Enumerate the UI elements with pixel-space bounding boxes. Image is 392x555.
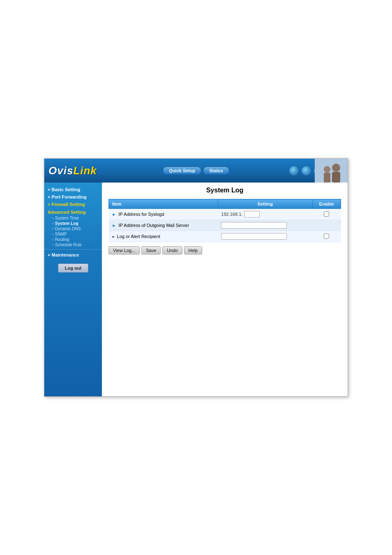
svg-point-1 bbox=[332, 164, 340, 172]
main-layout: + Basic Setting + Port Forwarding + Fire… bbox=[44, 183, 348, 396]
sidebar-item-routing[interactable]: Routing bbox=[44, 237, 102, 242]
nav-buttons: Quick Setup Status bbox=[163, 166, 229, 175]
arrow-icon-syslogd: ► bbox=[112, 212, 116, 217]
row-label-mailserver: ► IP Address of Outgoing Mail Server bbox=[109, 220, 218, 231]
mailserver-input[interactable] bbox=[221, 222, 287, 229]
sidebar-item-schedule-rule[interactable]: Schedule Rule bbox=[44, 242, 102, 247]
sidebar: + Basic Setting + Port Forwarding + Fire… bbox=[44, 183, 102, 396]
table-header-row: Item Setting Enable bbox=[109, 199, 341, 209]
ip-last-octet-input[interactable] bbox=[244, 211, 260, 217]
globe-icon-1 bbox=[289, 166, 298, 175]
logout-button[interactable]: Log out bbox=[58, 264, 88, 273]
sidebar-item-basic-setting[interactable]: + Basic Setting bbox=[44, 186, 102, 193]
sidebar-item-port-forwarding[interactable]: + Port Forwarding bbox=[44, 193, 102, 201]
syslogd-setting-cell: 192.168.1. bbox=[218, 209, 312, 220]
logo-ovis: Ovis bbox=[48, 164, 73, 177]
row-text-syslogd: IP Address for Syslogd bbox=[118, 212, 164, 217]
col-header-setting: Setting bbox=[218, 199, 312, 209]
recipient-setting-cell bbox=[218, 231, 312, 242]
settings-table: Item Setting Enable ► IP Address for Sys… bbox=[108, 199, 341, 242]
table-row: ► IP Address of Outgoing Mail Server bbox=[109, 220, 341, 231]
row-text-mailserver: IP Address of Outgoing Mail Server bbox=[118, 223, 189, 228]
ip-prefix-syslogd: 192.168.1. bbox=[221, 212, 242, 217]
undo-button[interactable]: Undo bbox=[162, 246, 182, 254]
sidebar-item-system-time[interactable]: System Time bbox=[44, 215, 102, 221]
sidebar-item-dynamic-dns[interactable]: Dynamic DNS bbox=[44, 226, 102, 231]
recipient-enable-checkbox[interactable] bbox=[324, 234, 329, 239]
help-button[interactable]: Help bbox=[184, 246, 203, 254]
sidebar-advanced-header: Advanced Setting bbox=[44, 208, 102, 215]
header-photo bbox=[315, 159, 348, 183]
recipient-enable-cell bbox=[312, 231, 341, 242]
svg-rect-0 bbox=[315, 159, 348, 183]
row-text-recipient: Log or Alert Recipient bbox=[117, 234, 160, 239]
svg-rect-2 bbox=[332, 172, 340, 183]
row-label-recipient: ● Log or Alert Recipient bbox=[109, 231, 218, 242]
row-label-syslogd: ► IP Address for Syslogd bbox=[109, 209, 218, 220]
sidebar-item-firewall-setting[interactable]: + Firewall Setting bbox=[44, 201, 102, 208]
arrow-icon-mailserver: ► bbox=[112, 223, 116, 228]
sidebar-divider bbox=[44, 249, 102, 250]
mailserver-setting-cell bbox=[218, 220, 312, 231]
sidebar-item-system-log[interactable]: System Log bbox=[44, 221, 102, 226]
bullet-icon-recipient: ● bbox=[112, 234, 115, 239]
col-header-enable: Enable bbox=[312, 199, 341, 209]
save-button[interactable]: Save bbox=[141, 246, 161, 254]
table-row: ● Log or Alert Recipient bbox=[109, 231, 341, 242]
page-title: System Log bbox=[108, 187, 341, 194]
mailserver-enable-cell bbox=[312, 220, 341, 231]
content-area: System Log Item Setting Enable ► IP Addr… bbox=[102, 183, 348, 396]
header-banner: OvisLink Quick Setup Status bbox=[44, 159, 348, 183]
ip-input-group-syslogd: 192.168.1. bbox=[221, 211, 309, 217]
syslogd-enable-cell bbox=[312, 209, 341, 220]
table-row: ► IP Address for Syslogd 192.168.1. bbox=[109, 209, 341, 220]
recipient-input[interactable] bbox=[221, 233, 287, 240]
view-log-button[interactable]: View Log... bbox=[108, 246, 140, 254]
quick-setup-button[interactable]: Quick Setup bbox=[163, 166, 201, 175]
sidebar-item-snmp[interactable]: SNMP bbox=[44, 231, 102, 237]
sidebar-item-maintenance[interactable]: + Maintenance bbox=[44, 251, 102, 259]
logo-link: Link bbox=[73, 164, 97, 177]
status-button[interactable]: Status bbox=[203, 166, 229, 175]
svg-rect-4 bbox=[324, 173, 330, 183]
syslogd-enable-checkbox[interactable] bbox=[324, 211, 329, 217]
col-header-item: Item bbox=[109, 199, 218, 209]
globe-icon-2 bbox=[302, 166, 311, 175]
svg-point-3 bbox=[324, 166, 330, 173]
logo: OvisLink bbox=[48, 164, 97, 177]
action-buttons: View Log... Save Undo Help bbox=[108, 246, 341, 254]
browser-window: OvisLink Quick Setup Status + Basic bbox=[44, 158, 348, 397]
